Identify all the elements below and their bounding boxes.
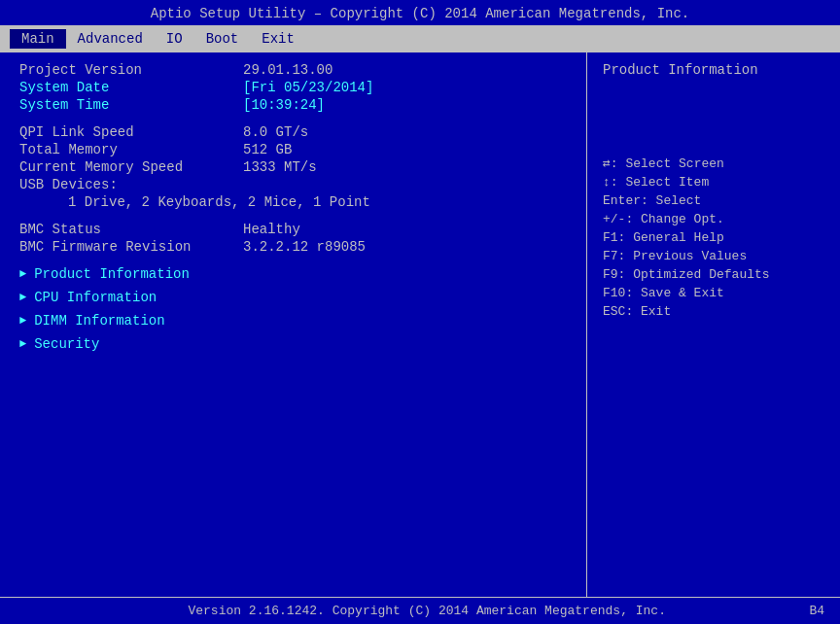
nav-cpu-information[interactable]: ► CPU Information xyxy=(19,290,567,305)
content-area: Project Version 29.01.13.00 System Date … xyxy=(0,52,840,597)
arrow-icon-product: ► xyxy=(19,267,26,281)
arrow-icon-security: ► xyxy=(19,337,26,351)
project-version-value: 29.01.13.00 xyxy=(243,62,332,78)
nav-cpu-label: CPU Information xyxy=(34,290,157,305)
product-info-title: Product Information xyxy=(603,62,824,78)
system-date-label: System Date xyxy=(19,80,243,95)
memory-speed-row: Current Memory Speed 1333 MT/s xyxy=(19,159,567,175)
title-text: Aptio Setup Utility – Copyright (C) 2014… xyxy=(151,6,690,21)
system-time-value[interactable]: [10:39:24] xyxy=(243,97,325,113)
usb-detail-text: 1 Drive, 2 Keyboards, 2 Mice, 1 Point xyxy=(68,194,370,210)
help-select-screen: ⇄: Select Screen xyxy=(603,156,824,171)
footer-badge: B4 xyxy=(809,604,824,618)
total-memory-label: Total Memory xyxy=(19,142,243,157)
menu-item-advanced[interactable]: Advanced xyxy=(66,29,155,49)
bmc-firmware-row: BMC Firmware Revision 3.2.2.12 r89085 xyxy=(19,239,567,255)
menu-item-main[interactable]: Main xyxy=(10,29,66,49)
usb-devices-label: USB Devices: xyxy=(19,177,118,192)
right-panel: Product Information ⇄: Select Screen ↕: … xyxy=(587,52,840,597)
help-enter: Enter: Select xyxy=(603,193,824,208)
screen: Aptio Setup Utility – Copyright (C) 2014… xyxy=(0,0,840,624)
footer: Version 2.16.1242. Copyright (C) 2014 Am… xyxy=(0,597,840,624)
help-section: ⇄: Select Screen ↕: Select Item Enter: S… xyxy=(603,156,824,319)
help-f9: F9: Optimized Defaults xyxy=(603,267,824,282)
system-time-label: System Time xyxy=(19,97,243,113)
menu-bar: Main Advanced IO Boot Exit xyxy=(0,25,840,52)
help-f1: F1: General Help xyxy=(603,230,824,245)
bmc-status-value: Healthy xyxy=(243,222,300,237)
project-version-row: Project Version 29.01.13.00 xyxy=(19,62,567,78)
help-change-opt: +/-: Change Opt. xyxy=(603,212,824,226)
qpi-label: QPI Link Speed xyxy=(19,124,243,140)
nav-product-label: Product Information xyxy=(34,266,190,282)
footer-text: Version 2.16.1242. Copyright (C) 2014 Am… xyxy=(45,604,809,618)
title-bar: Aptio Setup Utility – Copyright (C) 2014… xyxy=(0,0,840,25)
help-esc: ESC: Exit xyxy=(603,304,824,319)
nav-security-label: Security xyxy=(34,336,99,352)
help-select-item: ↕: Select Item xyxy=(603,175,824,190)
menu-item-boot[interactable]: Boot xyxy=(194,29,251,49)
system-date-value[interactable]: [Fri 05/23/2014] xyxy=(243,80,373,95)
total-memory-row: Total Memory 512 GB xyxy=(19,142,567,157)
memory-speed-value: 1333 MT/s xyxy=(243,159,317,175)
bmc-status-label: BMC Status xyxy=(19,222,243,237)
nav-dimm-information[interactable]: ► DIMM Information xyxy=(19,313,567,329)
main-panel: Project Version 29.01.13.00 System Date … xyxy=(0,52,587,597)
help-f10: F10: Save & Exit xyxy=(603,286,824,300)
nav-product-information[interactable]: ► Product Information xyxy=(19,266,567,282)
bmc-firmware-label: BMC Firmware Revision xyxy=(19,239,243,255)
menu-item-io[interactable]: IO xyxy=(155,29,194,49)
bmc-firmware-value: 3.2.2.12 r89085 xyxy=(243,239,366,255)
qpi-value: 8.0 GT/s xyxy=(243,124,308,140)
usb-detail: 1 Drive, 2 Keyboards, 2 Mice, 1 Point xyxy=(19,194,567,210)
system-time-row: System Time [10:39:24] xyxy=(19,97,567,113)
project-version-label: Project Version xyxy=(19,62,243,78)
nav-dimm-label: DIMM Information xyxy=(34,313,164,329)
arrow-icon-cpu: ► xyxy=(19,291,26,304)
help-f7: F7: Previous Values xyxy=(603,249,824,263)
arrow-icon-dimm: ► xyxy=(19,314,26,328)
total-memory-value: 512 GB xyxy=(243,142,292,157)
usb-devices-row: USB Devices: xyxy=(19,177,567,192)
memory-speed-label: Current Memory Speed xyxy=(19,159,243,175)
nav-security[interactable]: ► Security xyxy=(19,336,567,352)
bmc-status-row: BMC Status Healthy xyxy=(19,222,567,237)
menu-item-exit[interactable]: Exit xyxy=(250,29,306,49)
qpi-row: QPI Link Speed 8.0 GT/s xyxy=(19,124,567,140)
system-date-row: System Date [Fri 05/23/2014] xyxy=(19,80,567,95)
